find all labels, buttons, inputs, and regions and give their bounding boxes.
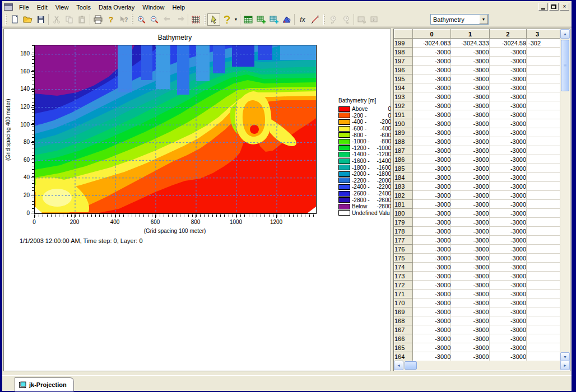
cell[interactable] (527, 352, 560, 361)
cell[interactable]: -3000 (412, 92, 450, 101)
row-header-170[interactable]: 170 (394, 298, 413, 307)
cell[interactable]: -3000 (451, 191, 489, 200)
cell[interactable] (527, 173, 560, 182)
tab-jk-projection[interactable]: jk-Projection (15, 377, 74, 391)
cell[interactable] (527, 66, 560, 74)
cell[interactable] (527, 137, 560, 146)
cell[interactable] (527, 254, 560, 263)
cell[interactable]: -3000 (489, 245, 526, 254)
cell[interactable]: -3000 (412, 119, 450, 128)
cell[interactable] (527, 290, 560, 298)
cell[interactable]: -3000 (451, 272, 489, 281)
combo-dropdown-icon[interactable]: ▼ (479, 15, 488, 24)
close-button[interactable]: × (560, 3, 569, 11)
cell[interactable]: -3000 (412, 316, 450, 325)
cell[interactable] (527, 164, 560, 173)
cell[interactable] (527, 155, 560, 164)
row-header-190[interactable]: 190 (394, 119, 413, 128)
horizontal-scroll-thumb[interactable] (405, 361, 417, 370)
toolbar-gripper[interactable] (204, 15, 206, 25)
plot-pane[interactable]: Bathymetry (3, 29, 391, 371)
system-menu-icon[interactable] (4, 3, 13, 11)
cell[interactable]: -3024.59 (489, 39, 526, 48)
cell[interactable]: -3000 (451, 66, 489, 74)
cell[interactable]: -3000 (412, 74, 450, 83)
column-header-3[interactable]: 3 (527, 30, 560, 39)
cell[interactable] (527, 236, 560, 245)
cell[interactable]: -3000 (451, 290, 489, 298)
view-3d-button[interactable] (280, 13, 293, 26)
cell[interactable] (527, 182, 560, 191)
row-header-195[interactable]: 195 (394, 74, 413, 83)
cell[interactable]: -3000 (451, 83, 489, 92)
row-header-197[interactable]: 197 (394, 57, 413, 66)
cell[interactable]: -3000 (489, 281, 526, 290)
scroll-right-button[interactable]: ► (560, 361, 570, 370)
cell[interactable]: -3000 (451, 254, 489, 263)
cell[interactable] (527, 101, 560, 110)
row-header-186[interactable]: 186 (394, 155, 413, 164)
cell[interactable]: -3000 (451, 155, 489, 164)
row-header-182[interactable]: 182 (394, 191, 413, 200)
cell[interactable]: -3000 (451, 128, 489, 137)
cell[interactable]: -3000 (451, 48, 489, 57)
row-header-188[interactable]: 188 (394, 137, 413, 146)
toolbar-gripper[interactable] (323, 15, 325, 25)
cell[interactable]: -3000 (489, 316, 526, 325)
pointer-tool-button[interactable] (207, 13, 220, 26)
table-corner[interactable] (394, 30, 413, 39)
row-header-178[interactable]: 178 (394, 227, 413, 236)
cell[interactable]: -3000 (489, 263, 526, 272)
cell[interactable]: -3000 (451, 334, 489, 343)
cell[interactable]: -3000 (451, 146, 489, 155)
add-grid-cyan-button[interactable] (267, 13, 280, 26)
cell[interactable]: -3000 (489, 218, 526, 227)
row-header-192[interactable]: 192 (394, 101, 413, 110)
column-header-2[interactable]: 2 (489, 30, 526, 39)
cell[interactable]: -3000 (451, 173, 489, 182)
context-help-button[interactable]: ? (117, 13, 130, 26)
row-header-165[interactable]: 165 (394, 343, 413, 352)
export-data-button[interactable] (368, 13, 381, 26)
menu-view[interactable]: View (52, 3, 73, 12)
row-header-183[interactable]: 183 (394, 182, 413, 191)
bathymetry-map[interactable] (34, 45, 317, 214)
cell[interactable] (527, 281, 560, 290)
row-header-184[interactable]: 184 (394, 173, 413, 182)
cell[interactable]: -3000 (451, 325, 489, 334)
row-header-194[interactable]: 194 (394, 83, 413, 92)
timestep-forward-button[interactable] (340, 13, 352, 26)
cell[interactable]: -3024.083 (412, 39, 450, 48)
row-header-189[interactable]: 189 (394, 128, 413, 137)
cell[interactable]: -3000 (489, 173, 526, 182)
row-header-166[interactable]: 166 (394, 334, 413, 343)
new-file-button[interactable] (8, 13, 21, 26)
cell[interactable]: -3000 (489, 83, 526, 92)
cell[interactable]: -3000 (412, 66, 450, 74)
cell[interactable] (527, 325, 560, 334)
cell[interactable]: -3000 (412, 209, 450, 218)
add-grid-green-button[interactable] (254, 13, 267, 26)
cell[interactable]: -3000 (489, 92, 526, 101)
cell[interactable]: -3000 (412, 263, 450, 272)
row-header-198[interactable]: 198 (394, 48, 413, 57)
cell[interactable]: -3000 (412, 164, 450, 173)
zoom-previous-button[interactable] (161, 13, 174, 26)
cell[interactable]: -3000 (451, 343, 489, 352)
save-file-button[interactable] (34, 13, 47, 26)
row-header-181[interactable]: 181 (394, 200, 413, 209)
cell[interactable]: -3000 (412, 298, 450, 307)
cell[interactable]: -3000 (451, 263, 489, 272)
cell[interactable] (527, 316, 560, 325)
horizontal-scrollbar[interactable]: ◄ ► (394, 361, 570, 370)
cell[interactable]: -3000 (412, 307, 450, 316)
cell[interactable]: -3000 (412, 343, 450, 352)
cell[interactable]: -3000 (489, 352, 526, 361)
row-header-175[interactable]: 175 (394, 254, 413, 263)
cell[interactable]: -3000 (489, 334, 526, 343)
zoom-in-button[interactable] (135, 13, 148, 26)
cell[interactable]: -3000 (412, 281, 450, 290)
row-header-173[interactable]: 173 (394, 272, 413, 281)
row-header-169[interactable]: 169 (394, 307, 413, 316)
row-header-174[interactable]: 174 (394, 263, 413, 272)
